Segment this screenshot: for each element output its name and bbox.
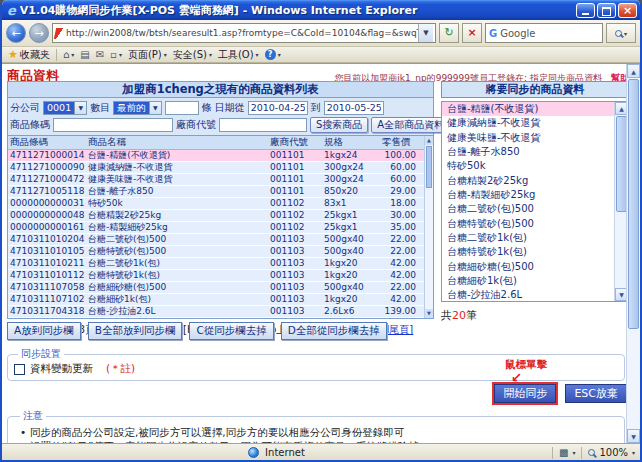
data-update-checkbox[interactable] — [14, 364, 25, 375]
table-row[interactable]: 0000000000048台糖精製2砂25kg00110225kgx130.00 — [8, 210, 424, 222]
sync-action-button[interactable]: B全部放到同步欄 — [88, 322, 183, 340]
chevron-down-icon: ▾ — [624, 30, 627, 37]
all-products-button[interactable]: A全部商品資料 — [371, 117, 450, 133]
table-cell: 25kgx1 — [322, 222, 380, 234]
barcode-input[interactable] — [53, 118, 173, 132]
zoom-control[interactable]: 100% ▾ — [588, 447, 635, 458]
table-row[interactable]: 4710311010112台糖特號砂1k(包)0011031kgx2042.00 — [8, 270, 424, 282]
table-row[interactable]: 4710311010211台糖二號砂1k(包)0011031kgx2042.00 — [8, 258, 424, 270]
list-item[interactable]: 台糖二號砂(包)500 — [442, 202, 614, 216]
sync-action-button[interactable]: D全部從同步欄去掉 — [281, 322, 387, 340]
list-item[interactable]: 台糖特號砂1k(包) — [442, 245, 614, 259]
zoom-icon — [588, 449, 595, 456]
count-input[interactable] — [165, 101, 199, 115]
sync-list-items: 台鹽-精鹽(不收退貨)健康減納鹽-不收退貨健康美味鹽-不收退貨台鹽-離子水850… — [442, 102, 614, 302]
scrollbar-thumb[interactable] — [628, 79, 639, 329]
list-item[interactable]: 台糖-沙拉油2.6L — [442, 288, 614, 302]
address-bar: ← → http://win2008/tw/btsh/searesult1.as… — [2, 20, 640, 47]
scrollbar-thumb[interactable] — [426, 146, 432, 188]
chevron-down-icon: ▾ — [632, 449, 635, 456]
chevron-down-icon: ▾ — [119, 51, 122, 58]
table-row[interactable]: 0000000000161台糖-精製細砂25kg00110225kgx135.0… — [8, 222, 424, 234]
minimize-button[interactable] — [576, 3, 595, 18]
forward-button[interactable]: → — [29, 23, 49, 43]
restore-button[interactable] — [597, 3, 616, 18]
internet-zone-icon — [248, 447, 259, 458]
list-item[interactable]: 台糖精製2砂25kg — [442, 174, 614, 188]
address-field[interactable]: http://win2008/tw/btsh/searesult1.asp?fr… — [52, 23, 436, 43]
tools-menu[interactable]: 工具(O)▾ — [218, 48, 259, 62]
chevron-down-icon: ▼ — [74, 102, 86, 114]
table-row[interactable]: 4711271000090健康減納鹽-不收退貨001101300gx2460.0… — [8, 162, 424, 174]
esc-cancel-button[interactable]: ESC放棄 — [565, 384, 627, 403]
sync-listbox[interactable]: 台鹽-精鹽(不收退貨)健康減納鹽-不收退貨健康美味鹽-不收退貨台鹽-離子水850… — [441, 101, 629, 302]
status-bar: Internet ▩▾ 100% ▾ — [2, 443, 640, 461]
list-item[interactable]: 台糖二號砂1k(包) — [442, 231, 614, 245]
list-item[interactable]: 特砂50k — [442, 159, 614, 173]
branch-select[interactable]: 0001 ▼ — [43, 101, 87, 115]
table-row[interactable]: 4710311704318台糖-沙拉油2.6L0011032.6Lx6139.0… — [8, 306, 424, 318]
home-icon: ⌂ — [63, 49, 69, 60]
scroll-down-icon[interactable]: ▼ — [627, 429, 640, 443]
start-sync-button[interactable]: 開始同步 — [494, 384, 556, 403]
list-item[interactable]: 健康減納鹽-不收退貨 — [442, 116, 614, 130]
table-cell: 300gx24 — [322, 162, 380, 174]
print-button[interactable]: ▫▾ — [110, 49, 122, 60]
list-item[interactable]: 台鹽-離子水850 — [442, 145, 614, 159]
protected-mode-button[interactable]: ▩▾ — [559, 447, 575, 458]
table-cell: 台糖二號砂(包)500 — [86, 234, 268, 246]
sync-action-button[interactable]: C從同步欄去掉 — [189, 322, 273, 340]
safety-menu[interactable]: 安全(S)▾ — [173, 48, 212, 62]
list-item[interactable]: 台糖特號砂(包)500 — [442, 217, 614, 231]
address-dropdown-icon[interactable]: ▼ — [418, 24, 433, 42]
count-mode-select[interactable]: 最前的 ▼ — [113, 101, 162, 115]
list-item[interactable]: 台糖細砂糖(包)500 — [442, 260, 614, 274]
note-item: 設置的“數目”值不一定能同步你設定的數目，因為可能有重複的商品，系統將排除掉 — [16, 439, 616, 443]
branch-select-value: 0001 — [44, 102, 74, 114]
stop-button[interactable]: × — [462, 23, 482, 43]
scroll-up-icon[interactable]: ▲ — [425, 136, 433, 145]
table-row[interactable]: 4710311107058台糖細砂糖(包)500001103500gx4022.… — [8, 282, 424, 294]
notes-list: 同步的商品分公司設定,被同步方可以選擇,同步方的要以相應分公司身份登錄即可設置的… — [16, 425, 616, 443]
feeds-button[interactable]: ▤ — [80, 49, 89, 60]
table-cell: 健康美味鹽-不收退貨 — [86, 174, 268, 186]
refresh-button[interactable]: ↻ — [439, 23, 459, 43]
page-menu[interactable]: 页面(P)▾ — [128, 48, 167, 62]
date-from-input[interactable] — [248, 101, 308, 115]
list-item[interactable]: 台糖-精製細砂25kg — [442, 188, 614, 202]
search-form: 分公司 0001 ▼ 數目 最前的 ▼ 條 日期從 — [7, 97, 434, 135]
separator — [581, 447, 582, 459]
list-item[interactable]: 台鹽-精鹽(不收退貨) — [442, 102, 614, 116]
date-to-input[interactable] — [324, 101, 384, 115]
vendor-input[interactable] — [219, 118, 307, 132]
list-item[interactable]: 台糖細砂1k(包) — [442, 274, 614, 288]
back-button[interactable]: ← — [6, 23, 26, 43]
table-row[interactable]: 4710311010204台糖二號砂(包)500001103500gx4022.… — [8, 234, 424, 246]
table-row[interactable]: 4711271000014台鹽-精鹽(不收退貨)0011011kgx24100.… — [8, 150, 424, 162]
table-row[interactable]: 4710311010105台糖特號砂(包)500001103500gx4022.… — [8, 246, 424, 258]
chevron-down-icon: ▾ — [71, 51, 74, 58]
notes-legend: 注意 — [20, 409, 46, 423]
close-button[interactable] — [618, 3, 637, 18]
favorites-button[interactable]: ★ 收藏夹 — [8, 48, 50, 62]
list-item[interactable]: 健康美味鹽-不收退貨 — [442, 131, 614, 145]
page-scrollbar[interactable]: ▲ ▼ — [626, 64, 640, 443]
table-cell: 4711271000014 — [8, 150, 86, 162]
scroll-down-icon[interactable]: ▼ — [425, 309, 433, 318]
table-row[interactable]: 4710311107102台糖細砂1k(包)0011031kgx2042.00 — [8, 294, 424, 306]
table-cell: 台糖二號砂1k(包) — [86, 258, 268, 270]
help-menu[interactable]: ?▾ — [265, 49, 281, 60]
table-cell: 2.6Lx6 — [322, 306, 380, 318]
sync-action-button[interactable]: A放到同步欄 — [7, 322, 81, 340]
read-mail-button[interactable]: ✉ — [96, 49, 104, 60]
table-row[interactable]: 4711271000472健康美味鹽-不收退貨001101300gx2460.0… — [8, 174, 424, 186]
table-row[interactable]: 4711271005118台鹽-離子水850001101850x2029.00 — [8, 186, 424, 198]
table-cell: 300gx24 — [322, 174, 380, 186]
table-row[interactable]: 0000000000031特砂50k00110283x118.00 — [8, 198, 424, 210]
home-button[interactable]: ⌂▾ — [63, 49, 74, 60]
table-scrollbar[interactable]: ▲ ▼ — [424, 136, 433, 318]
search-input[interactable]: G Google — [485, 23, 603, 43]
search-products-button[interactable]: S搜索商品 — [310, 117, 368, 133]
scroll-up-icon[interactable]: ▲ — [627, 64, 640, 78]
search-go-button[interactable]: ▾ — [606, 23, 636, 43]
